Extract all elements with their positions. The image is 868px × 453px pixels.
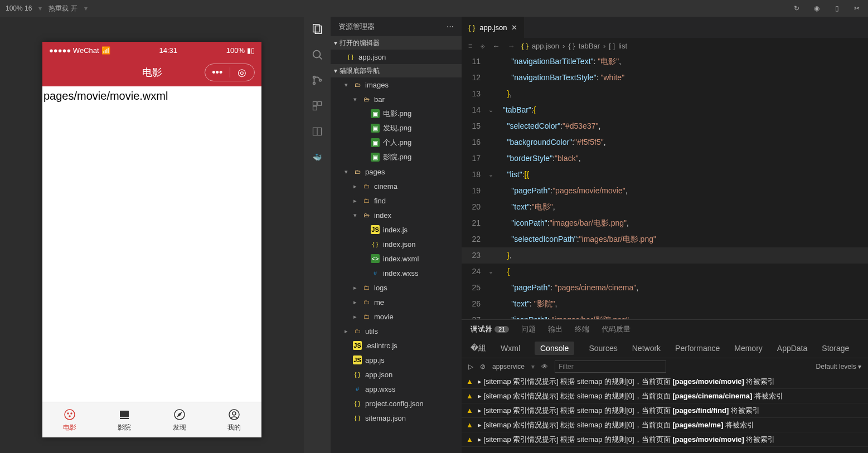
- play-icon[interactable]: ▷: [468, 363, 473, 371]
- more-icon[interactable]: ⋯: [447, 22, 454, 31]
- console-output[interactable]: ▲▸ [sitemap 索引情况提示] 根据 sitemap 的规则[0]，当前…: [462, 374, 868, 453]
- hot-reload[interactable]: 热重载 开: [49, 4, 77, 13]
- panel-tab[interactable]: 问题: [521, 324, 536, 334]
- svg-point-15: [319, 79, 322, 81]
- capsule-close-icon[interactable]: ◎: [230, 66, 255, 79]
- capsule[interactable]: ••• ◎: [205, 64, 255, 81]
- tree-node[interactable]: JS.eslintrc.js: [331, 338, 462, 353]
- forward-icon[interactable]: →: [508, 42, 515, 50]
- image-icon: ▣: [371, 109, 380, 118]
- code-editor[interactable]: 11 "navigationBarTitleText": "电影",12 "na…: [462, 53, 868, 319]
- tree-node[interactable]: ▸🗀utils: [331, 324, 462, 338]
- devtools-tab[interactable]: AppData: [777, 344, 807, 353]
- tree-node[interactable]: ▸🗀cinema: [331, 179, 462, 193]
- split-icon[interactable]: [309, 124, 325, 139]
- tree-node[interactable]: { }project.config.json: [331, 396, 462, 411]
- console-row[interactable]: ▲▸ [sitemap 索引情况提示] 根据 sitemap 的规则[0]，当前…: [462, 418, 868, 432]
- filter-input[interactable]: [555, 361, 666, 373]
- top-toolbar: 100% 16 ▾ 热重载 开 ▾ ↻ ◉ ▯ ✂: [0, 0, 868, 17]
- tree-node[interactable]: ▾🗁bar: [331, 92, 462, 106]
- crumb-key[interactable]: list: [618, 42, 627, 50]
- panel-tab[interactable]: 终端: [575, 324, 589, 334]
- devtools-tab[interactable]: Performance: [675, 344, 720, 353]
- tree-node[interactable]: { }app.json: [331, 367, 462, 382]
- tab-item[interactable]: 影院: [97, 402, 152, 437]
- tree-node[interactable]: JSapp.js: [331, 353, 462, 367]
- clear-icon[interactable]: ⊘: [480, 363, 486, 371]
- svg-point-14: [313, 82, 316, 85]
- open-editor-item[interactable]: { } app.json: [331, 50, 462, 64]
- tree-node[interactable]: ▾🗁pages: [331, 164, 462, 179]
- js-icon: JS: [371, 225, 380, 234]
- panel-tab[interactable]: 代码质量: [602, 324, 631, 334]
- js-icon: JS: [353, 355, 362, 364]
- capsule-menu-icon[interactable]: •••: [205, 67, 230, 79]
- docker-icon[interactable]: 🐳: [309, 149, 325, 165]
- console-row[interactable]: ▲▸ [sitemap 索引情况提示] 根据 sitemap 的规则[0]，当前…: [462, 432, 868, 447]
- console-row[interactable]: ▲▸ [sitemap 索引情况提示] 根据 sitemap 的规则[0]，当前…: [462, 389, 868, 403]
- tree-node[interactable]: ▸🗀find: [331, 193, 462, 208]
- cut-icon[interactable]: ✂: [851, 3, 862, 14]
- tree-node[interactable]: { }index.json: [331, 237, 462, 251]
- svg-rect-17: [318, 102, 322, 106]
- image-icon: ▣: [371, 138, 380, 147]
- folder-icon: 🗀: [362, 182, 371, 191]
- zoom-level[interactable]: 100% 16: [6, 4, 32, 12]
- project-section[interactable]: ▾猫眼底部导航: [331, 64, 462, 77]
- devtools-tab[interactable]: Memory: [734, 344, 763, 353]
- tree-node[interactable]: ▸🗀me: [331, 295, 462, 309]
- stop-icon[interactable]: ◉: [811, 3, 822, 14]
- tab-item[interactable]: 电影: [42, 402, 97, 437]
- bookmark-icon[interactable]: ⟐: [481, 42, 485, 50]
- tree-node[interactable]: #index.wxss: [331, 266, 462, 280]
- tree-node[interactable]: ▾🗁images: [331, 77, 462, 92]
- open-editors-section[interactable]: ▾打开的编辑器: [331, 36, 462, 50]
- editor-tab[interactable]: { } app.json ✕: [462, 17, 524, 38]
- wifi-icon: 📶: [101, 46, 110, 55]
- explorer-icon[interactable]: [309, 21, 325, 37]
- tree-node[interactable]: ▣个人.png: [331, 135, 462, 150]
- level-select[interactable]: Default levels ▾: [816, 363, 861, 371]
- tree-node[interactable]: JSindex.js: [331, 222, 462, 237]
- devtools-tab[interactable]: Wxml: [501, 344, 520, 353]
- git-icon[interactable]: [309, 72, 325, 88]
- battery-icon: ▮▯: [247, 46, 255, 55]
- extensions-icon[interactable]: [309, 98, 325, 114]
- devtools-tab[interactable]: Console: [535, 342, 574, 355]
- image-icon: ▣: [371, 153, 380, 162]
- tab-item[interactable]: 发现: [152, 402, 207, 437]
- console-row[interactable]: ▲▸ [sitemap 索引情况提示] 根据 sitemap 的规则[0]，当前…: [462, 403, 868, 418]
- wxss-icon: #: [371, 269, 380, 277]
- tree-node[interactable]: <>index.wxml: [331, 251, 462, 266]
- back-icon[interactable]: ←: [493, 42, 500, 50]
- tree-node[interactable]: ▣发现.png: [331, 121, 462, 135]
- eye-icon[interactable]: 👁: [541, 363, 548, 371]
- crumb-key[interactable]: tabBar: [579, 42, 600, 50]
- tab-item[interactable]: 我的: [207, 402, 261, 437]
- panel-tab[interactable]: 调试器21: [471, 324, 509, 334]
- devtools-tab[interactable]: Storage: [822, 344, 849, 353]
- panel-tab[interactable]: 输出: [548, 324, 562, 334]
- refresh-icon[interactable]: ↻: [791, 3, 802, 14]
- tree-node[interactable]: ▣影院.png: [331, 150, 462, 164]
- breadcrumb: ≡ ⟐ ← → { } app.json › { } tabBar › [ ] …: [462, 38, 868, 53]
- search-icon[interactable]: [309, 47, 325, 62]
- tree-node[interactable]: ▸🗀logs: [331, 280, 462, 295]
- tree-node[interactable]: ▸🗀movie: [331, 309, 462, 324]
- js-icon: JS: [353, 341, 362, 350]
- console-row[interactable]: ▲▸ [sitemap 索引情况提示] 根据 sitemap 的规则[0]，当前…: [462, 374, 868, 389]
- folder-icon: 🗀: [362, 283, 371, 292]
- devtools-tab[interactable]: Sources: [589, 344, 617, 353]
- crumb-file[interactable]: app.json: [532, 42, 559, 50]
- tree-node[interactable]: { }sitemap.json: [331, 411, 462, 425]
- close-icon[interactable]: ✕: [511, 23, 517, 32]
- list-icon[interactable]: ≡: [468, 42, 473, 50]
- inspect-icon[interactable]: �組: [471, 343, 486, 353]
- tree-node[interactable]: ▾🗁index: [331, 208, 462, 222]
- tree-node[interactable]: ▣电影.png: [331, 106, 462, 121]
- tree-node[interactable]: #app.wxss: [331, 382, 462, 396]
- explorer-title: 资源管理器: [338, 22, 375, 32]
- device-icon[interactable]: ▯: [831, 3, 842, 14]
- devtools-tab[interactable]: Network: [632, 344, 661, 353]
- context-select[interactable]: appservice: [492, 363, 525, 371]
